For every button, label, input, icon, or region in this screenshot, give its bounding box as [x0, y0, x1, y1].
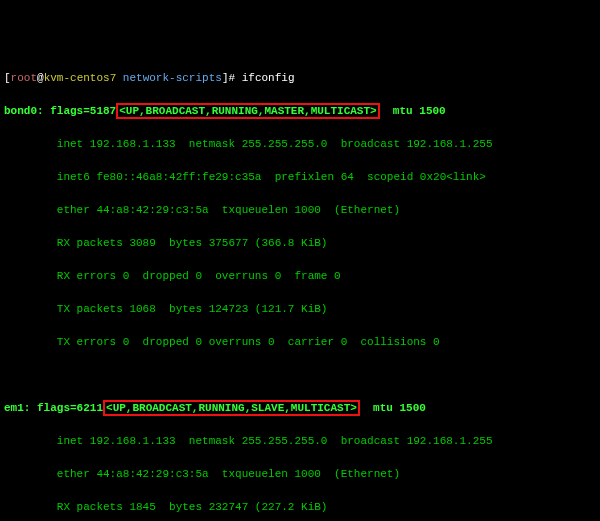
- prompt-path: network-scripts: [123, 72, 222, 84]
- term-text: inet 192.168.1.133 netmask 255.255.255.0…: [4, 433, 596, 450]
- term-text: RX packets 3089 bytes 375677 (366.8 KiB): [4, 235, 596, 252]
- prompt-user: root: [11, 72, 37, 84]
- prompt-line[interactable]: [root@kvm-centos7 network-scripts]# ifco…: [4, 70, 596, 87]
- term-text: inet6 fe80::46a8:42ff:fe29:c35a prefixle…: [4, 169, 596, 186]
- term-text: TX packets 1068 bytes 124723 (121.7 KiB): [4, 301, 596, 318]
- prompt-host: kvm-centos7: [44, 72, 117, 84]
- term-text: ether 44:a8:42:29:c3:5a txqueuelen 1000 …: [4, 466, 596, 483]
- command: ifconfig: [242, 72, 295, 84]
- term-text: ether 44:a8:42:29:c3:5a txqueuelen 1000 …: [4, 202, 596, 219]
- term-text: TX errors 0 dropped 0 overruns 0 carrier…: [4, 334, 596, 351]
- iface-em1-header: em1: flags=6211<UP,BROADCAST,RUNNING,SLA…: [4, 400, 596, 417]
- iface-bond0-header: bond0: flags=5187<UP,BROADCAST,RUNNING,M…: [4, 103, 596, 120]
- term-text: RX errors 0 dropped 0 overruns 0 frame 0: [4, 268, 596, 285]
- term-text: inet 192.168.1.133 netmask 255.255.255.0…: [4, 136, 596, 153]
- highlight-em1-flags: <UP,BROADCAST,RUNNING,SLAVE,MULTICAST>: [103, 400, 360, 416]
- highlight-bond0-flags: <UP,BROADCAST,RUNNING,MASTER,MULTICAST>: [116, 103, 379, 119]
- blank: [4, 367, 596, 384]
- term-text: RX packets 1845 bytes 232747 (227.2 KiB): [4, 499, 596, 516]
